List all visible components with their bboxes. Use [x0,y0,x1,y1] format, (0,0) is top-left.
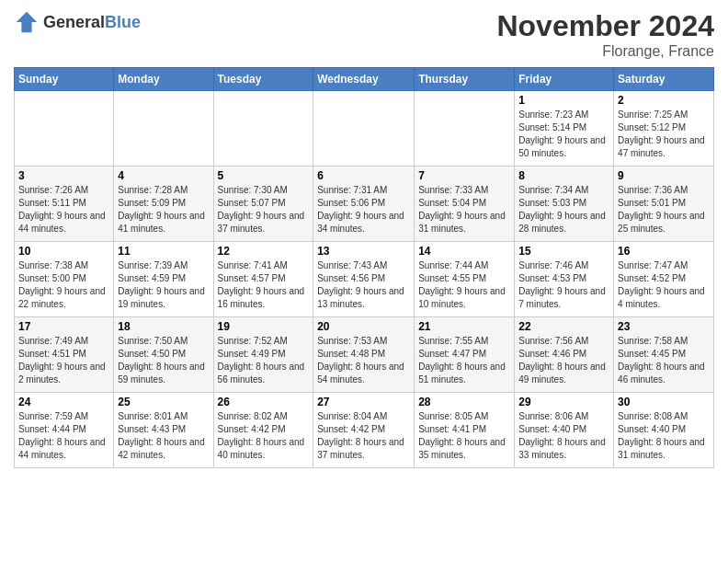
logo-text-blue: Blue [105,13,141,31]
calendar-cell: 2Sunrise: 7:25 AM Sunset: 5:12 PM Daylig… [614,91,714,167]
day-number: 10 [18,245,109,258]
calendar-cell: 4Sunrise: 7:28 AM Sunset: 5:09 PM Daylig… [114,167,213,242]
month-title: November 2024 [496,9,714,43]
svg-marker-0 [17,12,37,32]
day-info: Sunrise: 7:28 AM Sunset: 5:09 PM Dayligh… [118,184,209,236]
calendar-cell: 12Sunrise: 7:41 AM Sunset: 4:57 PM Dayli… [213,242,313,317]
calendar-cell [213,91,313,167]
day-info: Sunrise: 7:46 AM Sunset: 4:53 PM Dayligh… [518,259,609,311]
day-number: 11 [118,245,209,258]
day-info: Sunrise: 7:44 AM Sunset: 4:55 PM Dayligh… [418,259,510,311]
day-number: 24 [18,396,109,408]
calendar-cell: 11Sunrise: 7:39 AM Sunset: 4:59 PM Dayli… [114,242,213,317]
day-number: 2 [618,94,710,107]
calendar-cell: 10Sunrise: 7:38 AM Sunset: 5:00 PM Dayli… [15,242,114,317]
page-header: GeneralBlue November 2024 Florange, Fran… [14,9,714,60]
day-number: 1 [518,94,609,107]
calendar-cell: 13Sunrise: 7:43 AM Sunset: 4:56 PM Dayli… [313,242,415,317]
day-number: 18 [118,320,209,333]
day-number: 26 [218,396,310,408]
day-info: Sunrise: 7:53 AM Sunset: 4:48 PM Dayligh… [317,335,410,386]
logo-icon [14,9,40,35]
day-info: Sunrise: 7:41 AM Sunset: 4:57 PM Dayligh… [218,259,310,311]
day-info: Sunrise: 8:05 AM Sunset: 4:41 PM Dayligh… [418,410,510,462]
calendar-cell: 22Sunrise: 7:56 AM Sunset: 4:46 PM Dayli… [515,317,614,393]
calendar-cell: 6Sunrise: 7:31 AM Sunset: 5:06 PM Daylig… [313,167,415,242]
day-number: 23 [618,320,710,333]
logo: GeneralBlue [14,9,141,35]
location: Florange, France [496,43,714,60]
day-number: 17 [18,320,109,333]
day-info: Sunrise: 8:01 AM Sunset: 4:43 PM Dayligh… [118,410,209,462]
calendar-cell: 23Sunrise: 7:58 AM Sunset: 4:45 PM Dayli… [614,317,714,393]
day-number: 12 [218,245,310,258]
calendar-cell: 8Sunrise: 7:34 AM Sunset: 5:03 PM Daylig… [515,167,614,242]
calendar-cell: 19Sunrise: 7:52 AM Sunset: 4:49 PM Dayli… [213,317,313,393]
day-number: 7 [418,169,510,182]
calendar-week-row: 1Sunrise: 7:23 AM Sunset: 5:14 PM Daylig… [15,91,714,167]
calendar-week-row: 17Sunrise: 7:49 AM Sunset: 4:51 PM Dayli… [15,317,714,393]
day-info: Sunrise: 7:55 AM Sunset: 4:47 PM Dayligh… [418,335,510,386]
calendar-cell: 30Sunrise: 8:08 AM Sunset: 4:40 PM Dayli… [614,393,714,468]
day-number: 29 [518,396,609,408]
day-number: 21 [418,320,510,333]
day-number: 13 [317,245,410,258]
day-number: 16 [618,245,710,258]
calendar-cell: 25Sunrise: 8:01 AM Sunset: 4:43 PM Dayli… [114,393,213,468]
day-info: Sunrise: 7:39 AM Sunset: 4:59 PM Dayligh… [118,259,209,311]
calendar-day-header: Sunday [15,68,114,91]
calendar-cell: 24Sunrise: 7:59 AM Sunset: 4:44 PM Dayli… [15,393,114,468]
calendar-week-row: 3Sunrise: 7:26 AM Sunset: 5:11 PM Daylig… [15,167,714,242]
day-info: Sunrise: 7:52 AM Sunset: 4:49 PM Dayligh… [218,335,310,386]
day-info: Sunrise: 7:58 AM Sunset: 4:45 PM Dayligh… [618,335,710,386]
calendar-cell: 26Sunrise: 8:02 AM Sunset: 4:42 PM Dayli… [213,393,313,468]
calendar-cell [415,91,515,167]
calendar-cell: 16Sunrise: 7:47 AM Sunset: 4:52 PM Dayli… [614,242,714,317]
calendar-cell: 17Sunrise: 7:49 AM Sunset: 4:51 PM Dayli… [15,317,114,393]
day-number: 9 [618,169,710,182]
day-number: 22 [518,320,609,333]
day-info: Sunrise: 7:30 AM Sunset: 5:07 PM Dayligh… [218,184,310,236]
day-number: 25 [118,396,209,408]
day-info: Sunrise: 7:56 AM Sunset: 4:46 PM Dayligh… [518,335,609,386]
calendar-cell: 14Sunrise: 7:44 AM Sunset: 4:55 PM Dayli… [415,242,515,317]
day-info: Sunrise: 7:59 AM Sunset: 4:44 PM Dayligh… [18,410,109,462]
calendar-cell: 29Sunrise: 8:06 AM Sunset: 4:40 PM Dayli… [515,393,614,468]
day-info: Sunrise: 7:50 AM Sunset: 4:50 PM Dayligh… [118,335,209,386]
calendar-day-header: Tuesday [213,68,313,91]
calendar-header-row: SundayMondayTuesdayWednesdayThursdayFrid… [15,68,714,91]
calendar-cell: 21Sunrise: 7:55 AM Sunset: 4:47 PM Dayli… [415,317,515,393]
day-info: Sunrise: 7:49 AM Sunset: 4:51 PM Dayligh… [18,335,109,386]
day-info: Sunrise: 7:31 AM Sunset: 5:06 PM Dayligh… [317,184,410,236]
page-container: GeneralBlue November 2024 Florange, Fran… [0,0,728,477]
calendar-cell: 27Sunrise: 8:04 AM Sunset: 4:42 PM Dayli… [313,393,415,468]
calendar-day-header: Friday [515,68,614,91]
day-number: 8 [518,169,609,182]
day-number: 15 [518,245,609,258]
day-info: Sunrise: 7:33 AM Sunset: 5:04 PM Dayligh… [418,184,510,236]
day-info: Sunrise: 7:38 AM Sunset: 5:00 PM Dayligh… [18,259,109,311]
calendar-cell: 5Sunrise: 7:30 AM Sunset: 5:07 PM Daylig… [213,167,313,242]
day-info: Sunrise: 7:34 AM Sunset: 5:03 PM Dayligh… [518,184,609,236]
calendar-cell: 9Sunrise: 7:36 AM Sunset: 5:01 PM Daylig… [614,167,714,242]
calendar-cell: 7Sunrise: 7:33 AM Sunset: 5:04 PM Daylig… [415,167,515,242]
calendar-cell: 15Sunrise: 7:46 AM Sunset: 4:53 PM Dayli… [515,242,614,317]
calendar-week-row: 10Sunrise: 7:38 AM Sunset: 5:00 PM Dayli… [15,242,714,317]
calendar-day-header: Saturday [614,68,714,91]
day-number: 6 [317,169,410,182]
day-number: 3 [18,169,109,182]
day-number: 28 [418,396,510,408]
day-info: Sunrise: 7:25 AM Sunset: 5:12 PM Dayligh… [618,109,710,160]
day-number: 27 [317,396,410,408]
logo-text-general: General [43,13,105,31]
calendar-cell: 20Sunrise: 7:53 AM Sunset: 4:48 PM Dayli… [313,317,415,393]
day-info: Sunrise: 8:04 AM Sunset: 4:42 PM Dayligh… [317,410,410,462]
calendar-cell [313,91,415,167]
day-number: 19 [218,320,310,333]
day-number: 5 [218,169,310,182]
day-info: Sunrise: 8:08 AM Sunset: 4:40 PM Dayligh… [618,410,710,462]
day-number: 14 [418,245,510,258]
day-info: Sunrise: 7:43 AM Sunset: 4:56 PM Dayligh… [317,259,410,311]
calendar-cell: 18Sunrise: 7:50 AM Sunset: 4:50 PM Dayli… [114,317,213,393]
title-block: November 2024 Florange, France [496,9,714,60]
